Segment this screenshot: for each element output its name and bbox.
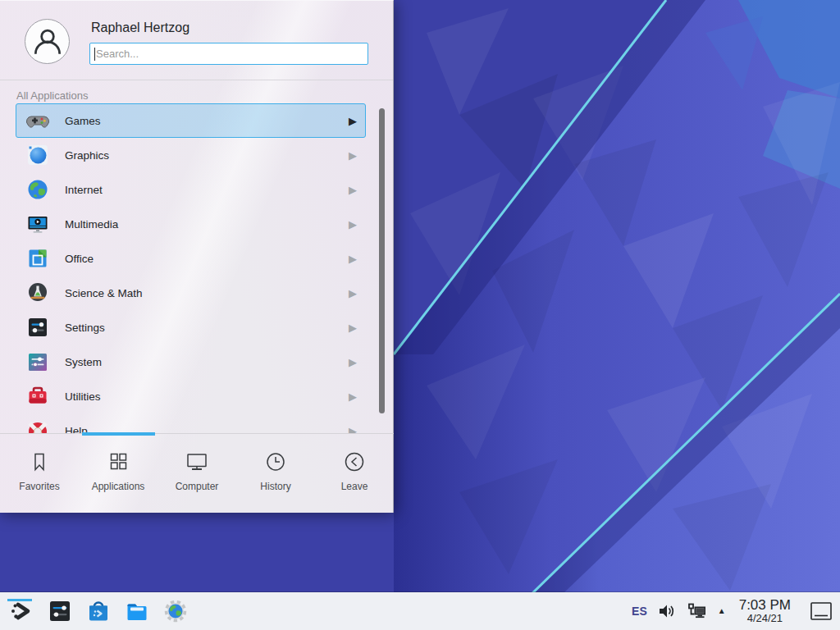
submenu-arrow-icon: ▶ <box>349 390 357 403</box>
desktop: Raphael Hertzog Search... All Applicatio… <box>0 0 840 630</box>
menu-item-settings[interactable]: Settings ▶ <box>16 310 366 345</box>
submenu-arrow-icon: ▶ <box>349 322 357 334</box>
tab-leave[interactable]: Leave <box>315 434 394 514</box>
system-icon <box>26 350 49 373</box>
menu-item-label: Settings <box>49 322 349 334</box>
menu-item-help[interactable]: Help ▶ <box>16 413 366 433</box>
submenu-arrow-icon: ▶ <box>349 287 357 299</box>
tab-label: Computer <box>176 476 219 492</box>
science-icon <box>26 281 49 304</box>
history-icon <box>264 448 287 476</box>
menu-item-label: Graphics <box>49 149 349 162</box>
menu-item-internet[interactable]: Internet ▶ <box>16 172 366 207</box>
system-tray: ES ▲ <box>632 598 840 625</box>
tab-computer[interactable]: Computer <box>158 434 236 514</box>
text-caret <box>94 48 95 61</box>
help-icon <box>26 419 49 433</box>
system-settings-icon <box>48 599 72 623</box>
web-browser-icon <box>163 599 188 623</box>
applications-icon <box>107 448 130 476</box>
tab-history[interactable]: History <box>236 434 315 514</box>
tab-favorites[interactable]: Favorites <box>0 434 79 514</box>
games-icon <box>26 109 49 132</box>
menu-item-graphics[interactable]: Graphics ▶ <box>16 138 366 172</box>
leave-icon <box>343 448 366 476</box>
clock-date: 4/24/21 <box>739 613 791 624</box>
submenu-arrow-icon: ▶ <box>349 184 357 196</box>
settings-icon <box>26 316 49 339</box>
menu-item-multimedia[interactable]: Multimedia ▶ <box>16 207 366 241</box>
tray-expander-icon[interactable]: ▲ <box>718 606 726 615</box>
show-desktop-button[interactable] <box>809 599 833 623</box>
user-name: Raphael Hertzog <box>89 19 368 43</box>
file-manager-button[interactable] <box>124 599 149 624</box>
menu-item-label: Office <box>49 253 349 265</box>
scrollbar[interactable] <box>379 108 385 413</box>
application-category-list: Games ▶ Graphics ▶ <box>0 103 394 433</box>
menu-item-label: Internet <box>49 184 349 196</box>
tab-label: History <box>260 476 290 492</box>
search-input[interactable]: Search... <box>89 43 368 65</box>
tab-label: Applications <box>92 476 145 492</box>
launcher-header: Raphael Hertzog Search... <box>0 1 393 80</box>
web-browser-button[interactable] <box>162 599 188 624</box>
menu-item-label: Science & Math <box>49 287 349 299</box>
submenu-arrow-icon: ▶ <box>349 356 357 368</box>
office-icon <box>26 247 49 270</box>
application-launcher-menu: Raphael Hertzog Search... All Applicatio… <box>0 0 394 513</box>
show-desktop-icon <box>810 600 833 622</box>
tab-label: Leave <box>341 476 368 492</box>
tab-applications[interactable]: Applications <box>79 434 158 514</box>
volume-icon[interactable] <box>657 601 677 621</box>
utilities-icon <box>26 385 49 408</box>
submenu-arrow-icon: ▶ <box>349 425 357 434</box>
menu-item-utilities[interactable]: Utilities ▶ <box>16 379 366 413</box>
computer-icon <box>185 448 209 476</box>
search-placeholder: Search... <box>96 48 139 60</box>
tab-label: Favorites <box>19 476 59 492</box>
menu-item-system[interactable]: System ▶ <box>16 345 366 379</box>
taskbar: ES ▲ <box>0 592 840 630</box>
graphics-icon <box>26 144 49 167</box>
application-launcher-icon <box>9 599 34 623</box>
section-label: All Applications <box>0 80 393 103</box>
favorites-icon <box>28 448 51 476</box>
keyboard-layout-indicator[interactable]: ES <box>632 605 647 618</box>
system-settings-button[interactable] <box>47 599 72 624</box>
menu-item-label: Games <box>49 115 349 127</box>
menu-item-games[interactable]: Games ▶ <box>16 103 366 138</box>
menu-item-label: Utilities <box>49 390 349 403</box>
menu-item-label: Multimedia <box>49 218 349 231</box>
user-icon <box>30 24 66 60</box>
taskbar-launchers <box>0 599 188 624</box>
multimedia-icon <box>26 212 49 235</box>
submenu-arrow-icon: ▶ <box>349 149 357 162</box>
menu-item-science-math[interactable]: Science & Math ▶ <box>16 276 366 310</box>
internet-icon <box>26 178 49 201</box>
discover-icon <box>86 599 111 623</box>
submenu-arrow-icon: ▶ <box>349 253 357 265</box>
menu-item-label: System <box>49 356 349 368</box>
digital-clock[interactable]: 7:03 PM 4/24/21 <box>736 598 794 625</box>
discover-button[interactable] <box>85 599 111 624</box>
submenu-arrow-icon: ▶ <box>349 218 357 231</box>
application-launcher-button[interactable] <box>8 599 34 624</box>
file-manager-icon <box>125 599 149 623</box>
user-avatar[interactable] <box>25 19 70 64</box>
network-icon[interactable] <box>687 601 708 621</box>
submenu-arrow-icon: ▶ <box>349 115 357 127</box>
menu-item-office[interactable]: Office ▶ <box>16 241 366 276</box>
clock-time: 7:03 PM <box>739 598 791 614</box>
active-task-indicator <box>7 599 32 601</box>
launcher-tab-bar: Favorites Applications <box>0 434 394 514</box>
